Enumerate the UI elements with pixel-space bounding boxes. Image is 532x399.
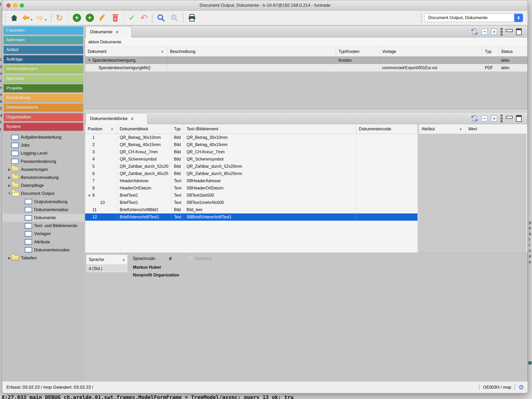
table-row[interactable]: 3QR_CH-Kreuz_7mmBildQR_CH-Kreuz_7mm [85,148,417,156]
sidebar-module-projekte[interactable]: Projekte [3,84,83,92]
search-button[interactable] [155,12,167,23]
expand-all-icon[interactable]: + [491,29,497,35]
table-row[interactable]: 11BriefUnterschriftBild1BildBild_leer [85,206,417,213]
sidebar-item-datenpflege[interactable]: ▶Datenpflege [3,181,84,189]
tab-dokumentenbloecke[interactable]: Dokumentenblöcke × [86,113,148,124]
column-header-status[interactable]: Status [498,47,523,56]
expander-closed-icon[interactable]: ▶ [7,183,11,187]
expander-open-icon[interactable]: ▼ [7,191,11,195]
panel-minimize-icon[interactable] [506,29,513,32]
combo-chevrons-icon[interactable] [514,14,523,22]
tab-close-icon[interactable]: × [131,116,134,121]
refresh-button[interactable]: ↻ [54,12,65,23]
panel-maximize-icon[interactable] [516,28,522,35]
collapse-all-icon[interactable]: − [481,115,488,122]
sidebar-item-outputverwaltung[interactable]: Outputverwaltung [3,198,84,206]
forward-button[interactable]: ▾ [34,12,48,23]
sidebar-item-document-output[interactable]: ▼Document Output [3,189,84,197]
standard-checkbox[interactable]: ✓ [187,256,192,261]
undo-button[interactable]: ↶ [139,12,149,23]
panel-minimize-icon[interactable] [506,116,513,119]
table-row[interactable]: 4QR_ScherensymbolBildQR_Scherensymbol [85,156,417,163]
sidebar-item-jobs[interactable]: Jobs [3,141,84,149]
column-header-dokumentblock[interactable]: Dokumentblock [117,124,171,134]
column-header-vorlage[interactable]: Vorlage [379,47,482,56]
panel-maximize-icon[interactable] [516,115,522,122]
table-row[interactable]: 10BriefText1TextSBText1mehrAls500 [85,199,417,206]
panel-menu-icon[interactable] [501,28,503,36]
sidebar-item-vorlagen[interactable]: Vorlagen [3,230,84,238]
add-button[interactable]: + [71,12,83,23]
collapse-all-icon[interactable]: − [481,29,488,35]
panel-refresh-icon[interactable] [471,28,478,35]
table-row[interactable]: ▼SpendenbescheinigungKnotenaktiv [85,57,528,64]
toolbar-drag-handle[interactable] [4,13,6,22]
sidebar-module-adressen[interactable]: Adressen [3,36,83,44]
sidebar-item-logging-level[interactable]: Logging-Level [3,149,84,157]
back-button[interactable]: ▾ [20,12,34,23]
sidebar-item-auswertungen[interactable]: ▶Auswertungen [3,165,84,173]
column-header-attribut[interactable]: Attribut∧ [419,124,465,134]
column-header-position[interactable]: Position∧ [85,124,117,134]
sidebar-module-artikel[interactable]: Artikel [3,45,83,54]
back-history-dropdown-icon[interactable]: ▾ [31,18,33,23]
sidebar-module-nachlass[interactable]: Nachlass [3,74,83,83]
sidebar-module-veranstaltungen[interactable]: Veranstaltungen [3,65,83,73]
language-row[interactable]: d (Std.) [86,265,128,273]
table-row[interactable]: ▼9BriefText1TextSBText1bis500 [85,192,417,199]
column-header-dokumentencode[interactable]: Dokumentencode [356,124,417,134]
search-user-button[interactable] [169,12,180,23]
sidebar-module-system[interactable]: System [3,122,83,131]
sidebar-module-datenaustausch[interactable]: Datenaustausch [3,103,83,111]
forward-history-dropdown-icon[interactable]: ▾ [45,18,47,23]
sidebar-item-dokumentencodes[interactable]: Dokumentencodes [3,246,84,254]
tab-close-icon[interactable]: × [116,29,119,35]
column-header-typ-knoten[interactable]: Typ/Knoten [336,47,379,56]
table-row[interactable]: 8HeaderOrtDatumTextSBHeaderOrtDatum [85,185,417,192]
table-row[interactable]: 5QR_Zahlbar_durch_52x20mmBildQR_Zahlbar_… [85,163,417,170]
sidebar-item-aufgabenbearbeitung[interactable]: Aufgabenbearbeitung [3,133,84,141]
sidebar-item-dokumente[interactable]: Dokumente [3,214,84,222]
settings-gear-icon[interactable]: ⚙ [518,384,524,390]
column-header-dokument[interactable]: Dokument∧ [85,47,167,56]
sidebar-item-passwortänderung[interactable]: Passwortänderung [3,157,84,165]
sidebar-item-attribute[interactable]: Attribute [3,238,84,246]
expander-closed-icon[interactable]: ▶ [7,256,11,260]
column-header-typ[interactable]: Typ [482,47,498,56]
table-row[interactable]: 1QR_Betrag_30x10mmBildQR_Betrag_30x10mm [85,134,417,141]
toolbar-drag-handle[interactable] [420,13,422,22]
sprache-column-header[interactable]: Sprache ∧ [86,254,128,265]
add-copy-button[interactable]: + [84,12,95,23]
panel-refresh-icon[interactable] [471,115,478,122]
expander-open-icon[interactable]: ▼ [88,194,91,197]
titlebar[interactable]: Document Output, Dokumente - h-10-67@192… [2,0,528,11]
sidebar-item-text-und-bildelemente[interactable]: Text- und Bildelemente [3,222,84,230]
sidebar-item-tabellen[interactable]: ▶Tabellen [3,254,84,262]
table-row[interactable]: 6QR_Zahlbar_durch_65x25mmBildQR_Zahlbar_… [85,170,417,177]
table-row[interactable]: 7HeaderAdresseTextSBHeaderAdresse [85,177,417,185]
sidebar-module-favoriten[interactable]: Favoriten [3,26,83,35]
sidebar-item-benutzerverwaltung[interactable]: ▶Benutzerverwaltung [3,173,84,181]
expander-closed-icon[interactable]: ▶ [7,167,11,171]
panel-menu-icon[interactable] [501,115,503,122]
table-row[interactable]: SpendenbescheinigungMitQcommon/adrExport… [85,64,528,71]
expander-closed-icon[interactable]: ▶ [7,175,11,179]
table-row[interactable]: 12BriefUnterschriftText1TextSBBriefUnter… [85,213,417,221]
tab-dokumente[interactable]: Dokumente × [86,26,132,37]
sidebar-module-buchhaltung[interactable]: Buchhaltung [3,93,83,102]
sidebar-item-dokumentensätze[interactable]: Dokumentensätze [3,206,84,214]
print-button[interactable] [186,12,198,23]
column-header-typ[interactable]: Typ [171,124,184,134]
column-header-wert[interactable]: Wert [465,124,528,134]
table-row[interactable]: 2QR_Betrag_40x15mmBildQR_Betrag_40x15mm [85,141,417,148]
expand-all-icon[interactable]: + [491,115,497,122]
sidebar-module-organisation[interactable]: Organisation [3,113,83,121]
workspace-selector[interactable]: Document Output, Dokumente [424,14,523,22]
home-button[interactable] [9,12,20,23]
delete-button[interactable]: x [110,12,121,23]
confirm-button[interactable]: ✓ [127,12,137,23]
expander-open-icon[interactable]: ▼ [88,58,91,62]
column-header-text-bildelement[interactable]: Text-/Bildelement [184,124,356,134]
sidebar-module-aufträge[interactable]: Aufträge [3,55,83,63]
column-header-beschreibung[interactable]: Beschreibung [167,47,336,56]
